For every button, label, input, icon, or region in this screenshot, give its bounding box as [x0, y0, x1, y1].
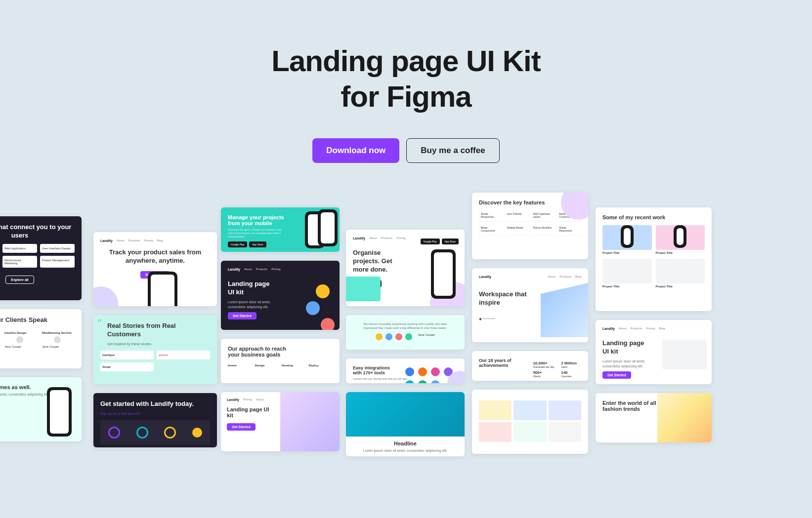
card-fashion: Enter the world of all fashion trends: [596, 393, 712, 442]
get-started-button[interactable]: Get Started: [602, 371, 631, 379]
google-play-badge[interactable]: Google Play: [228, 241, 247, 247]
card-title: Landing page UI kit: [602, 339, 652, 356]
download-now-button[interactable]: Download now: [312, 138, 399, 163]
services-grid: Branding Web Application User Interface …: [0, 244, 75, 268]
explore-all-button[interactable]: Explore all: [5, 276, 34, 284]
card-title: Our Clients Speak: [0, 316, 75, 324]
card-approach: Our approach to reach your business goal…: [221, 339, 340, 383]
app-store-badge[interactable]: App Store: [442, 239, 459, 244]
avatar: [376, 333, 383, 340]
avatar: [306, 301, 320, 315]
card-services: Services that connect you to your users …: [0, 216, 82, 300]
service-item: User Interface Design: [40, 244, 75, 253]
decor-shape: [346, 277, 381, 301]
hero-title-line2: for Figma: [341, 80, 471, 113]
story-logo: Strapi: [100, 362, 154, 371]
approach-item: Deploy: [309, 362, 333, 367]
card-desc: Lorem ipsum dolor sit amet, consectetur …: [602, 359, 662, 369]
gallery-col-5: Discover the key features Mobile Respons…: [472, 193, 588, 463]
tool-icon: [405, 367, 414, 376]
card-integrations: Easy integrations with 170+ tools Connec…: [346, 359, 465, 383]
testimonials-grid: Efficient CollaboratingJane Cooper Intui…: [0, 328, 75, 354]
cta-row: Download now Buy me a coffee: [0, 138, 812, 163]
card-real-stories: " Real Stories from Real Customers Get i…: [93, 315, 217, 384]
card-lp-light: LandifyPricingAbout Landing page UI kit …: [221, 392, 340, 451]
phone-icon: [318, 209, 338, 246]
card-title: Services that connect you to your users: [0, 223, 75, 240]
avatar: [395, 333, 402, 340]
card-organise: LandifyAboutProductsPricing Google PlayA…: [346, 230, 465, 306]
avatar: [405, 333, 412, 340]
get-started-button[interactable]: Get Started: [228, 312, 256, 319]
card-title: Headline: [350, 440, 461, 446]
room-image: [479, 422, 512, 442]
phone-icon: [47, 387, 72, 437]
laptop-image: [280, 392, 340, 451]
card-title: Organise projects. Get more done.: [353, 249, 407, 274]
feature-item: Multiple Blocks: [505, 223, 529, 235]
gallery-col-2: LandifyAboutProductsPricingBlog Track yo…: [93, 232, 217, 456]
card-manage-mobile: Manage your projects from your mobile Do…: [221, 207, 340, 252]
card-nav: LandifyAboutProductsPricing: [228, 268, 333, 271]
testimonial-item: Mindblowing ServiceJane Cooper: [40, 328, 75, 354]
building-image: [529, 283, 588, 337]
phone-icon: [431, 249, 456, 299]
avatar: [385, 333, 392, 340]
card-clients-speak: Our Clients Speak Efficient Collaboratin…: [0, 309, 82, 368]
tool-icon: [405, 380, 414, 383]
card-lp-dark: LandifyAboutProductsPricing Landing page…: [221, 261, 340, 330]
card-achievements: Our 18 years of achievements 10,000+Down…: [472, 351, 588, 381]
get-started-button[interactable]: Get Started: [227, 423, 256, 431]
feature-item: Mobile Responsive: [479, 209, 503, 221]
card-nav: LandifyAboutProductsPricingBlog: [100, 239, 210, 242]
card-features: Discover the key features Mobile Respons…: [472, 193, 588, 259]
buy-coffee-button[interactable]: Buy me a coffee: [406, 138, 499, 163]
card-title: Easy integrations with 170+ tools: [353, 365, 397, 375]
testimonial-item: Intuitive DesignJane Cooper: [2, 328, 37, 354]
feature-item: Well Organised Layers: [531, 209, 556, 221]
card-nav: LandifyAboutProductsPricingBlog: [602, 327, 705, 330]
tool-icon: [431, 380, 440, 383]
card-title: Real Stories from Real Customers: [107, 322, 210, 339]
card-desc: Lorem ipsum dolor sit amet, consectetur …: [350, 448, 461, 453]
card-rooms: [472, 390, 588, 454]
project-item: Project Title: [656, 259, 705, 288]
card-desc: Download the app to manage your projects…: [228, 228, 287, 239]
card-sub: Sign up for a free account: [100, 411, 210, 416]
tool-icon: [418, 380, 427, 383]
quote-text: We had an incredible experience working …: [361, 322, 450, 330]
hero-title-line1: Landing page UI Kit: [271, 44, 540, 78]
service-item: Performance Marketing: [2, 256, 37, 268]
service-item: Web Application: [2, 244, 37, 253]
card-recent-work: Some of my recent work Project Title Pro…: [596, 207, 712, 311]
feature-item: Better Components: [479, 223, 503, 235]
project-item: Project Title: [602, 224, 652, 255]
card-title: Landing page UI kit: [227, 406, 271, 418]
feature-item: Mobile Responsive: [557, 223, 581, 235]
avatar: [316, 284, 330, 298]
card-title: Workspace that inspire: [479, 290, 528, 307]
tool-icon: [431, 367, 440, 376]
gallery-col-4: LandifyAboutProductsPricing Google PlayA…: [346, 230, 465, 465]
app-store-badge[interactable]: App Store: [249, 241, 266, 247]
approach-item: Invent: [228, 362, 252, 367]
avatar: [321, 318, 335, 330]
card-title: Enter the world of all fashion trends: [602, 400, 657, 412]
room-image: [479, 400, 512, 420]
service-item: Project Management: [40, 256, 75, 268]
card-sub: Get inspired by these stories.: [107, 342, 210, 347]
stat-item: 10,000+Downloads per day: [533, 361, 554, 368]
google-play-badge[interactable]: Google Play: [421, 239, 440, 244]
gallery-col-3: Manage your projects from your mobile Do…: [221, 207, 340, 460]
phone-icon: [148, 272, 177, 306]
hero-title: Landing page UI Kit for Figma: [0, 43, 812, 115]
story-logo: HubSpot: [100, 351, 154, 359]
card-headline: Headline Lorem ipsum dolor sit amet, con…: [346, 392, 465, 456]
card-workspace: LandifyAboutProductsBlog Workspace that …: [472, 268, 588, 342]
hero-section: Landing page UI Kit for Figma Download n…: [0, 0, 812, 163]
card-lp-light2: LandifyAboutProductsPricingBlog Landing …: [596, 320, 712, 384]
card-title: Manage your projects from your mobile: [228, 214, 287, 226]
card-title: Our approach to reach your business goal…: [228, 346, 297, 358]
room-image: [549, 422, 581, 442]
room-image: [513, 422, 546, 442]
